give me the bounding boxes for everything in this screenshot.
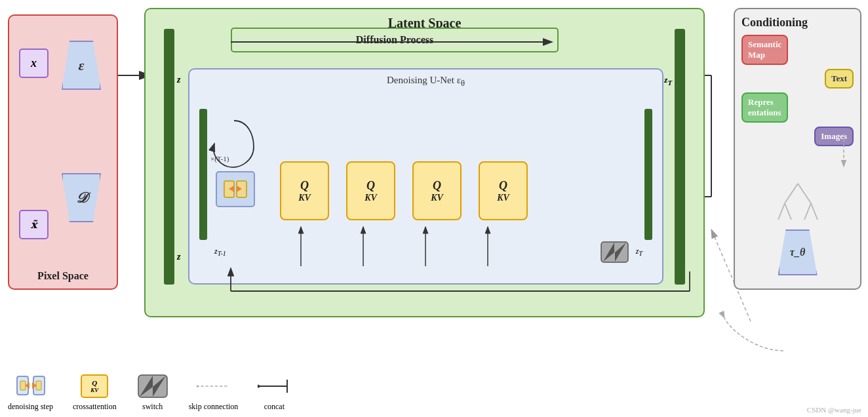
left-vbar xyxy=(164,29,174,285)
svg-line-45 xyxy=(785,203,791,220)
legend-skip-icon xyxy=(197,373,229,399)
bottom-path xyxy=(211,265,703,311)
switch-icon-unet xyxy=(600,241,629,264)
decoder-label: 𝒟 xyxy=(75,189,87,207)
legend-denoising-label: denoising step xyxy=(8,402,53,412)
representations-item: Representations xyxy=(741,92,788,123)
legend-crossattention-icon: Q KV xyxy=(78,373,111,399)
right-vbar xyxy=(675,29,685,285)
z-label-left: z xyxy=(177,75,180,85)
main-container: x ε 𝒟 x̃ Pixel Space Latent Space Diffus… xyxy=(0,0,868,417)
legend-switch-icon xyxy=(136,373,169,399)
repeat-arrow xyxy=(201,114,267,180)
z-T1-label: zT-1 xyxy=(214,247,226,257)
qkv-block-4: Q KV xyxy=(479,161,528,220)
qkv-block-3: Q KV xyxy=(412,161,462,220)
legend-concat-icon xyxy=(258,373,290,399)
unet-title: Denoising U-Net εθ xyxy=(387,75,465,89)
legend-crossattention: Q KV crossattention xyxy=(73,373,117,412)
semantic-map-item: SemanticMap xyxy=(741,35,788,65)
legend-skip: skip connection xyxy=(189,373,239,412)
diffusion-arrow xyxy=(231,35,559,49)
conditioning-title: Conditioning xyxy=(741,16,854,30)
svg-line-43 xyxy=(798,184,811,203)
z-T-label-bottom: zT xyxy=(636,247,642,257)
qkv-block-2: Q KV xyxy=(346,161,395,220)
x-tilde-label: x̃ xyxy=(19,210,49,239)
legend-denoising-icon xyxy=(14,373,47,399)
svg-line-47 xyxy=(811,203,818,220)
tau-tree-icon xyxy=(772,177,824,229)
tau-label: τ_θ xyxy=(790,247,805,258)
legend-concat-label: concat xyxy=(264,402,285,412)
legend-denoising: denoising step xyxy=(8,373,53,412)
cond-down-arrow xyxy=(834,134,854,173)
legend-skip-label: skip connection xyxy=(189,402,239,412)
svg-line-46 xyxy=(804,203,811,220)
legend-switch-label: switch xyxy=(142,402,163,412)
qkv-block-1: Q KV xyxy=(280,161,329,220)
svg-rect-53 xyxy=(20,381,26,390)
pixel-space-label: Pixel Space xyxy=(37,270,89,282)
tau-shape: τ_θ xyxy=(778,229,818,275)
pixel-space-box: x ε 𝒟 x̃ Pixel Space xyxy=(8,14,118,290)
svg-line-44 xyxy=(778,203,785,220)
text-item: Text xyxy=(825,69,854,89)
z-T-label-right: zT xyxy=(664,75,672,87)
latent-space-box: Latent Space Diffusion Process z zT z De… xyxy=(144,8,705,317)
decoder-shape: 𝒟 xyxy=(62,173,101,222)
legend-crossattention-label: crossattention xyxy=(73,402,117,412)
unet-right-vbar xyxy=(644,109,652,240)
svg-rect-54 xyxy=(36,381,41,390)
svg-line-42 xyxy=(785,184,798,203)
tau-to-latent-arrow xyxy=(718,305,797,357)
z-label-bottom: z xyxy=(177,252,180,262)
x-label: x xyxy=(19,49,49,78)
legend: denoising step Q KV crossattention swit xyxy=(8,373,727,412)
encoder-label: ε xyxy=(78,57,84,74)
legend-switch: switch xyxy=(136,373,169,412)
encoder-shape: ε xyxy=(62,41,101,90)
watermark: CSDN @wang-jue xyxy=(807,406,861,414)
conditioning-box: Conditioning SemanticMap Text Representa… xyxy=(734,8,861,290)
legend-concat: concat xyxy=(258,373,290,412)
